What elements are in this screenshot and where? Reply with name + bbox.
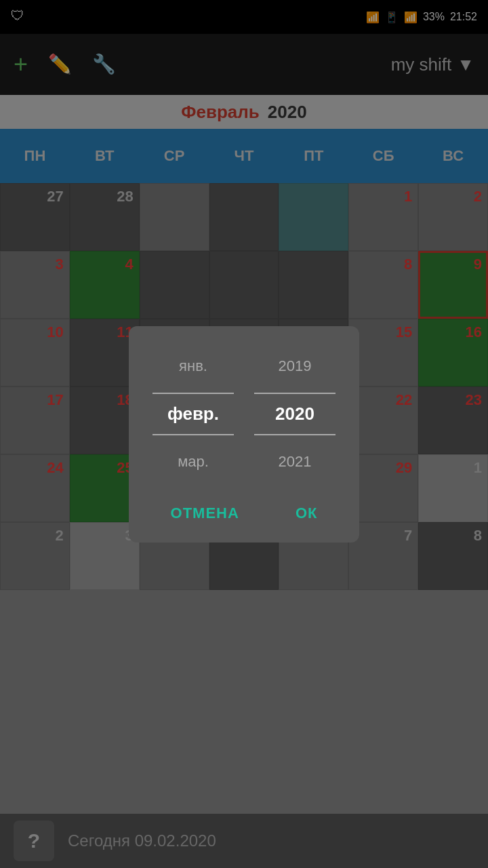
month-divider-bottom: [152, 434, 234, 435]
ok-button[interactable]: ОК: [282, 498, 331, 529]
month-next[interactable]: мар.: [146, 448, 241, 476]
picker-buttons: ОТМЕНА ОК: [142, 498, 346, 529]
picker-next-row: мар. 2021: [142, 442, 346, 481]
month-prev[interactable]: янв.: [146, 352, 241, 380]
picker-current-row: февр. 2020: [142, 386, 346, 442]
date-picker-modal: янв. 2019 февр. 2020 мар. 2021: [129, 326, 359, 542]
month-divider-top: [152, 393, 234, 394]
year-next[interactable]: 2021: [247, 448, 342, 476]
year-current[interactable]: 2020: [247, 398, 342, 430]
year-divider-bottom: [254, 434, 336, 435]
modal-overlay: янв. 2019 февр. 2020 мар. 2021: [0, 0, 488, 868]
year-prev[interactable]: 2019: [247, 352, 342, 380]
year-next-col: 2021: [247, 448, 342, 476]
year-current-col: 2020: [247, 391, 342, 437]
month-current-col: февр.: [146, 391, 241, 437]
month-current[interactable]: февр.: [146, 398, 241, 430]
year-divider-top: [254, 393, 336, 394]
cancel-button[interactable]: ОТМЕНА: [157, 498, 253, 529]
year-prev-col: 2019: [247, 352, 342, 380]
month-next-col: мар.: [146, 448, 241, 476]
month-prev-col: янв.: [146, 352, 241, 380]
picker-prev-row: янв. 2019: [142, 347, 346, 386]
